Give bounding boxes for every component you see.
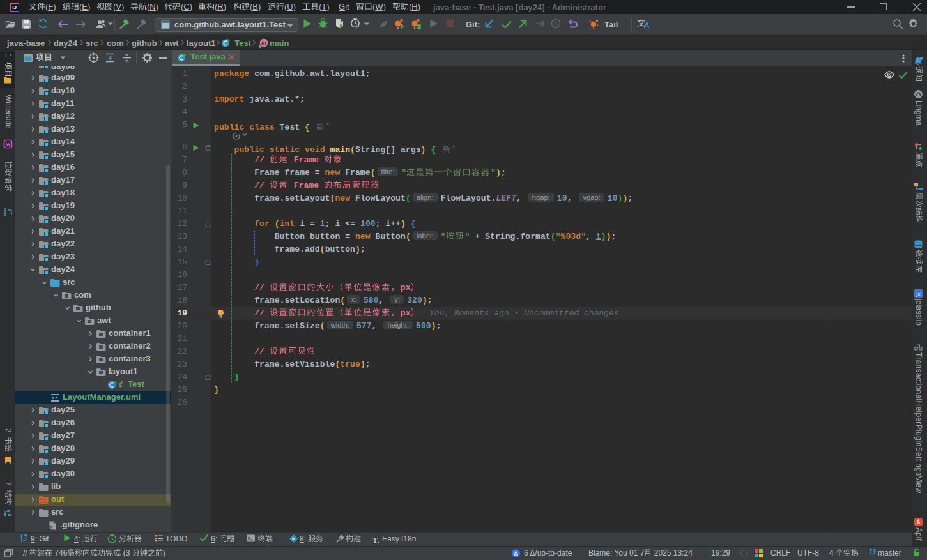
- svg-text:jc: jc: [916, 291, 921, 297]
- svg-text:m: m: [261, 40, 266, 46]
